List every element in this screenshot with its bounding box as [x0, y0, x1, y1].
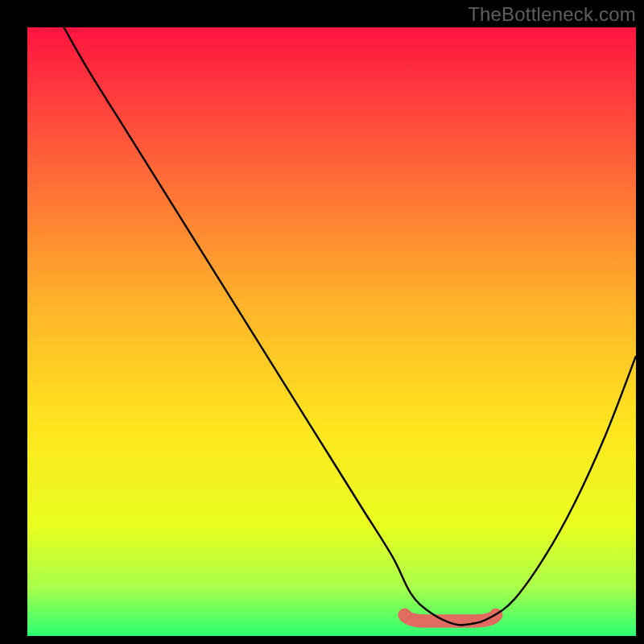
optimum-band-marker: [405, 615, 496, 621]
watermark-text: TheBottleneck.com: [468, 3, 636, 26]
bottleneck-plot: [0, 0, 644, 644]
chart-frame: TheBottleneck.com: [0, 0, 644, 644]
